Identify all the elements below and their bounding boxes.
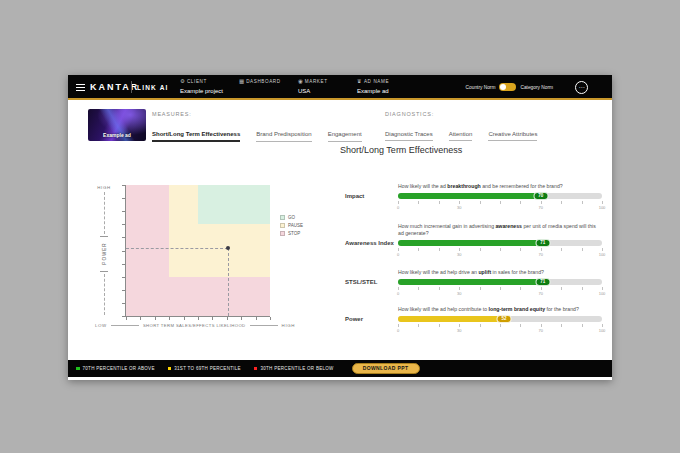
y-axis-title: POWER xyxy=(102,242,107,264)
footer-legend-red: 30TH PERCENTILE OR BELOW xyxy=(254,366,334,371)
country-norm-label: Country Norm xyxy=(466,85,496,90)
nav-item-client[interactable]: ⚙CLIENT Example project xyxy=(180,78,224,94)
bar-scale: 03070100 xyxy=(398,324,602,333)
diagnostics-tabs: Diagnostic Traces Attention Creative Att… xyxy=(385,131,537,141)
quadrant-legend: GO PAUSE STOP xyxy=(280,215,303,236)
go-swatch xyxy=(280,215,285,220)
y-axis-annotation: HIGH POWER xyxy=(95,185,113,317)
footer-legend-yellow: 31ST TO 69TH PERCENTILE xyxy=(168,366,241,371)
nav-item-market[interactable]: ◉MARKET USA xyxy=(298,78,342,94)
tab-brand-predisposition[interactable]: Brand Predisposition xyxy=(256,131,311,142)
ad-name-icon: ♛ xyxy=(357,78,362,85)
bar-fill xyxy=(398,240,543,246)
tab-short-long-term-effectiveness[interactable]: Short/Long Term Effectiveness xyxy=(152,131,240,142)
diagnostics-heading: DIAGNOSTICS: xyxy=(385,111,434,117)
tab-engagement[interactable]: Engagement xyxy=(328,131,362,142)
red-percentile-swatch xyxy=(254,367,258,371)
norm-switcher: Country Norm Category Norm xyxy=(466,83,553,91)
metric-bar[interactable]: 71 xyxy=(398,279,602,285)
ad-thumbnail[interactable]: Example ad xyxy=(88,109,146,141)
ad-score-point[interactable] xyxy=(226,246,230,250)
norm-toggle[interactable] xyxy=(499,83,516,91)
y-axis-high-label: HIGH xyxy=(97,185,110,190)
top-bar: KANTAR LINK AI ⚙CLIENT Example project ▦… xyxy=(68,75,612,100)
dashboard-icon: ▦ xyxy=(239,78,244,85)
footer-legend-green: 70TH PERCENTILE OR ABOVE xyxy=(76,366,155,371)
bar-fill xyxy=(398,193,541,199)
metric-label: Impact xyxy=(345,193,395,199)
metric-question: How much incremental gain in advertising… xyxy=(398,223,602,237)
header-divider xyxy=(131,81,132,93)
more-options-icon[interactable]: ⋯ xyxy=(575,81,588,94)
metric-row-power: Power How likely will the ad help contri… xyxy=(345,306,603,333)
pause-swatch xyxy=(280,223,285,228)
tab-attention[interactable]: Attention xyxy=(449,131,473,141)
menu-icon[interactable] xyxy=(76,84,85,91)
zone-go xyxy=(198,185,270,224)
page-title: Short/Long Term Effectiveness xyxy=(340,145,462,155)
metric-bar[interactable]: 71 xyxy=(398,240,602,246)
toggle-knob xyxy=(500,84,506,90)
market-icon: ◉ xyxy=(298,78,303,85)
nav-label: CLIENT xyxy=(187,79,207,84)
legend-item-pause: PAUSE xyxy=(280,223,303,228)
metric-row-awareness-index: Awareness Index How much incremental gai… xyxy=(345,223,603,257)
nav-value: USA xyxy=(298,88,342,94)
download-ppt-button[interactable]: DOWNLOAD PPT xyxy=(352,363,420,374)
measures-heading: MEASURES: xyxy=(152,111,192,117)
client-icon: ⚙ xyxy=(180,78,185,85)
nav-value: Example ad xyxy=(357,88,401,94)
metric-question: How likely will the ad breakthrough and … xyxy=(398,183,602,190)
x-axis-title: SHORT TERM SALES/EFFECTS LIKELIHOOD xyxy=(143,323,246,328)
score-badge: 71 xyxy=(535,239,550,247)
category-norm-label: Category Norm xyxy=(520,85,553,90)
metric-bar[interactable]: 70 xyxy=(398,193,602,199)
legend-item-go: GO xyxy=(280,215,303,220)
quadrant-plot[interactable] xyxy=(125,185,270,317)
metric-question: How likely will the ad help contribute t… xyxy=(398,306,602,313)
quadrant-zones xyxy=(126,185,270,316)
product-name: LINK AI xyxy=(137,84,169,91)
metric-row-impact: Impact How likely will the ad breakthrou… xyxy=(345,183,603,210)
bar-scale: 03070100 xyxy=(398,248,602,257)
nav-label: AD NAME xyxy=(364,79,389,84)
metric-label: Power xyxy=(345,316,395,322)
stop-swatch xyxy=(280,231,285,236)
bar-fill xyxy=(398,316,504,322)
screenshot-stage: KANTAR LINK AI ⚙CLIENT Example project ▦… xyxy=(0,0,680,453)
nav-item-dashboard[interactable]: ▦DASHBOARD xyxy=(239,78,283,94)
yellow-percentile-swatch xyxy=(168,367,172,371)
tab-creative-attributes[interactable]: Creative Attributes xyxy=(488,131,537,141)
metric-bar[interactable]: 52 xyxy=(398,316,602,322)
nav-label: MARKET xyxy=(305,79,328,84)
metric-row-stsl-stel: STSL/STEL How likely will the ad help dr… xyxy=(345,269,603,296)
x-axis-high-label: HIGH xyxy=(282,323,295,328)
metric-label: Awareness Index xyxy=(345,240,395,246)
nav-item-ad-name[interactable]: ♛AD NAME Example ad xyxy=(357,78,401,94)
green-percentile-swatch xyxy=(76,367,80,371)
bar-fill xyxy=(398,279,543,285)
nav-label: DASHBOARD xyxy=(246,79,281,84)
nav-value: Example project xyxy=(180,88,224,94)
legend-item-stop: STOP xyxy=(280,231,303,236)
tab-diagnostic-traces[interactable]: Diagnostic Traces xyxy=(385,131,433,141)
crosshair-vertical xyxy=(228,248,229,316)
bar-scale: 03070100 xyxy=(398,201,602,210)
metric-label: STSL/STEL xyxy=(345,279,395,285)
score-badge: 70 xyxy=(533,192,548,200)
x-axis-annotation: LOW SHORT TERM SALES/EFFECTS LIKELIHOOD … xyxy=(95,323,295,328)
header-nav: ⚙CLIENT Example project ▦DASHBOARD ◉MARK… xyxy=(180,78,401,94)
x-axis-low-label: LOW xyxy=(95,323,107,328)
measures-tabs: Short/Long Term Effectiveness Brand Pred… xyxy=(152,131,362,142)
score-badge: 71 xyxy=(535,278,550,286)
metric-question: How likely will the ad help drive an upl… xyxy=(398,269,602,276)
app-window: KANTAR LINK AI ⚙CLIENT Example project ▦… xyxy=(68,75,612,380)
ad-thumbnail-caption: Example ad xyxy=(88,132,146,138)
footer-bar: 70TH PERCENTILE OR ABOVE 31ST TO 69TH PE… xyxy=(68,360,612,377)
crosshair-horizontal xyxy=(126,248,228,249)
score-badge: 52 xyxy=(497,315,512,323)
bar-scale: 03070100 xyxy=(398,287,602,296)
